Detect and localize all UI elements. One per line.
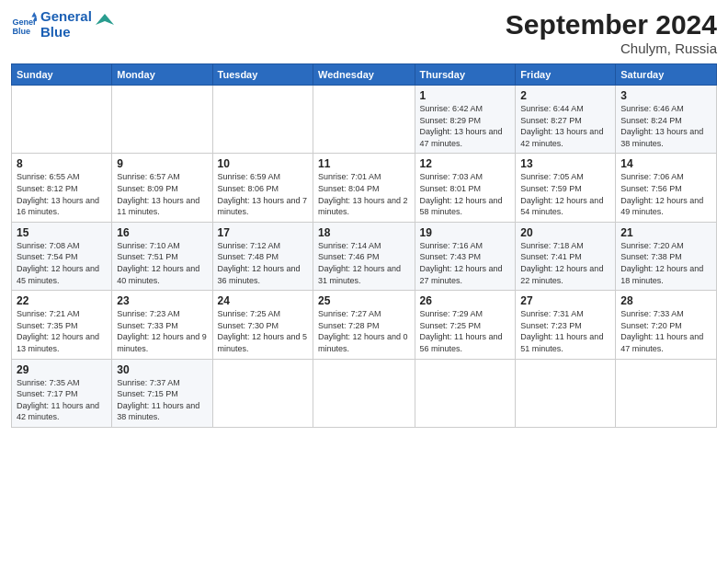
day-number: 12 (420, 157, 511, 170)
calendar-cell: 15Sunrise: 7:08 AMSunset: 7:54 PMDayligh… (12, 222, 112, 290)
day-number: 14 (620, 157, 711, 170)
day-header-sunday: Sunday (12, 64, 112, 86)
day-detail: Sunrise: 7:14 AMSunset: 7:46 PMDaylight:… (318, 240, 410, 286)
day-number: 1 (420, 89, 511, 102)
day-detail: Sunrise: 7:03 AMSunset: 8:01 PMDaylight:… (420, 171, 511, 217)
day-number: 29 (17, 363, 107, 376)
header: General Blue General Blue September 2024… (11, 9, 717, 56)
calendar-cell: 16Sunrise: 7:10 AMSunset: 7:51 PMDayligh… (112, 222, 212, 290)
calendar-cell: 17Sunrise: 7:12 AMSunset: 7:48 PMDayligh… (212, 222, 313, 290)
calendar-cell (313, 86, 415, 154)
day-detail: Sunrise: 7:33 AMSunset: 7:20 PMDaylight:… (620, 308, 711, 354)
calendar-cell (212, 359, 313, 427)
calendar-cell: 20Sunrise: 7:18 AMSunset: 7:41 PMDayligh… (516, 222, 616, 290)
calendar-cell (415, 359, 516, 427)
calendar-header-row: SundayMondayTuesdayWednesdayThursdayFrid… (12, 64, 717, 86)
calendar-cell: 2Sunrise: 6:44 AMSunset: 8:27 PMDaylight… (516, 86, 616, 154)
calendar-week-row: 8Sunrise: 6:55 AMSunset: 8:12 PMDaylight… (12, 154, 717, 222)
day-number: 25 (318, 294, 410, 307)
day-number: 22 (17, 294, 107, 307)
calendar-cell: 26Sunrise: 7:29 AMSunset: 7:25 PMDayligh… (415, 291, 516, 359)
day-detail: Sunrise: 7:10 AMSunset: 7:51 PMDaylight:… (117, 240, 207, 286)
day-number: 17 (218, 226, 308, 239)
calendar-cell: 21Sunrise: 7:20 AMSunset: 7:38 PMDayligh… (616, 222, 717, 290)
day-detail: Sunrise: 7:25 AMSunset: 7:30 PMDaylight:… (218, 308, 308, 354)
calendar-cell: 9Sunrise: 6:57 AMSunset: 8:09 PMDaylight… (112, 154, 212, 222)
day-number: 9 (117, 157, 207, 170)
page-container: General Blue General Blue September 2024… (0, 0, 728, 437)
day-detail: Sunrise: 6:44 AMSunset: 8:27 PMDaylight:… (520, 103, 610, 149)
calendar-cell (516, 359, 616, 427)
title-block: September 2024 Chulym, Russia (506, 9, 717, 56)
logo-bird-icon (96, 12, 114, 38)
day-detail: Sunrise: 7:12 AMSunset: 7:48 PMDaylight:… (218, 240, 308, 286)
logo-line2: Blue (40, 25, 92, 40)
day-detail: Sunrise: 6:46 AMSunset: 8:24 PMDaylight:… (620, 103, 711, 149)
calendar-cell: 27Sunrise: 7:31 AMSunset: 7:23 PMDayligh… (516, 291, 616, 359)
logo-icon: General Blue (11, 12, 37, 38)
day-header-monday: Monday (112, 64, 212, 86)
calendar-cell: 30Sunrise: 7:37 AMSunset: 7:15 PMDayligh… (112, 359, 212, 427)
day-detail: Sunrise: 6:42 AMSunset: 8:29 PMDaylight:… (420, 103, 511, 149)
svg-text:General: General (12, 17, 37, 27)
calendar-cell: 28Sunrise: 7:33 AMSunset: 7:20 PMDayligh… (616, 291, 717, 359)
calendar-cell: 11Sunrise: 7:01 AMSunset: 8:04 PMDayligh… (313, 154, 415, 222)
calendar-cell (313, 359, 415, 427)
svg-text:Blue: Blue (12, 26, 30, 35)
day-number: 16 (117, 226, 207, 239)
day-detail: Sunrise: 7:06 AMSunset: 7:56 PMDaylight:… (620, 171, 711, 217)
day-number: 2 (520, 89, 610, 102)
calendar-cell: 1Sunrise: 6:42 AMSunset: 8:29 PMDaylight… (415, 86, 516, 154)
day-number: 3 (620, 89, 711, 102)
calendar-cell (112, 86, 212, 154)
day-header-wednesday: Wednesday (313, 64, 415, 86)
svg-marker-2 (31, 12, 37, 17)
calendar-week-row: 1Sunrise: 6:42 AMSunset: 8:29 PMDaylight… (12, 86, 717, 154)
day-number: 18 (318, 226, 410, 239)
calendar-table: SundayMondayTuesdayWednesdayThursdayFrid… (11, 63, 717, 428)
calendar-cell: 18Sunrise: 7:14 AMSunset: 7:46 PMDayligh… (313, 222, 415, 290)
day-detail: Sunrise: 6:55 AMSunset: 8:12 PMDaylight:… (17, 171, 107, 217)
day-number: 13 (520, 157, 610, 170)
day-detail: Sunrise: 7:16 AMSunset: 7:43 PMDaylight:… (420, 240, 511, 286)
day-number: 11 (318, 157, 410, 170)
day-number: 19 (420, 226, 511, 239)
logo-line1: General (40, 9, 92, 25)
calendar-cell: 3Sunrise: 6:46 AMSunset: 8:24 PMDaylight… (616, 86, 717, 154)
day-detail: Sunrise: 7:23 AMSunset: 7:33 PMDaylight:… (117, 308, 207, 354)
day-detail: Sunrise: 7:01 AMSunset: 8:04 PMDaylight:… (318, 171, 410, 217)
day-header-tuesday: Tuesday (212, 64, 313, 86)
calendar-cell (616, 359, 717, 427)
calendar-cell: 12Sunrise: 7:03 AMSunset: 8:01 PMDayligh… (415, 154, 516, 222)
calendar-cell (12, 86, 112, 154)
calendar-cell: 29Sunrise: 7:35 AMSunset: 7:17 PMDayligh… (12, 359, 112, 427)
calendar-cell: 14Sunrise: 7:06 AMSunset: 7:56 PMDayligh… (616, 154, 717, 222)
month-title: September 2024 (506, 9, 717, 40)
day-detail: Sunrise: 7:27 AMSunset: 7:28 PMDaylight:… (318, 308, 410, 354)
day-detail: Sunrise: 7:18 AMSunset: 7:41 PMDaylight:… (520, 240, 610, 286)
day-number: 20 (520, 226, 610, 239)
calendar-cell: 25Sunrise: 7:27 AMSunset: 7:28 PMDayligh… (313, 291, 415, 359)
calendar-cell: 10Sunrise: 6:59 AMSunset: 8:06 PMDayligh… (212, 154, 313, 222)
day-detail: Sunrise: 7:21 AMSunset: 7:35 PMDaylight:… (17, 308, 107, 354)
day-number: 26 (420, 294, 511, 307)
day-number: 21 (620, 226, 711, 239)
day-detail: Sunrise: 7:35 AMSunset: 7:17 PMDaylight:… (17, 377, 107, 423)
calendar-cell: 22Sunrise: 7:21 AMSunset: 7:35 PMDayligh… (12, 291, 112, 359)
calendar-cell: 23Sunrise: 7:23 AMSunset: 7:33 PMDayligh… (112, 291, 212, 359)
day-header-saturday: Saturday (616, 64, 717, 86)
svg-marker-4 (96, 14, 114, 25)
day-number: 10 (218, 157, 308, 170)
day-detail: Sunrise: 7:08 AMSunset: 7:54 PMDaylight:… (17, 240, 107, 286)
day-header-thursday: Thursday (415, 64, 516, 86)
calendar-cell: 8Sunrise: 6:55 AMSunset: 8:12 PMDaylight… (12, 154, 112, 222)
calendar-week-row: 22Sunrise: 7:21 AMSunset: 7:35 PMDayligh… (12, 291, 717, 359)
day-header-friday: Friday (516, 64, 616, 86)
calendar-cell: 24Sunrise: 7:25 AMSunset: 7:30 PMDayligh… (212, 291, 313, 359)
calendar-cell: 19Sunrise: 7:16 AMSunset: 7:43 PMDayligh… (415, 222, 516, 290)
day-number: 23 (117, 294, 207, 307)
day-detail: Sunrise: 6:57 AMSunset: 8:09 PMDaylight:… (117, 171, 207, 217)
day-number: 24 (218, 294, 308, 307)
calendar-week-row: 15Sunrise: 7:08 AMSunset: 7:54 PMDayligh… (12, 222, 717, 290)
logo: General Blue General Blue (11, 9, 114, 40)
